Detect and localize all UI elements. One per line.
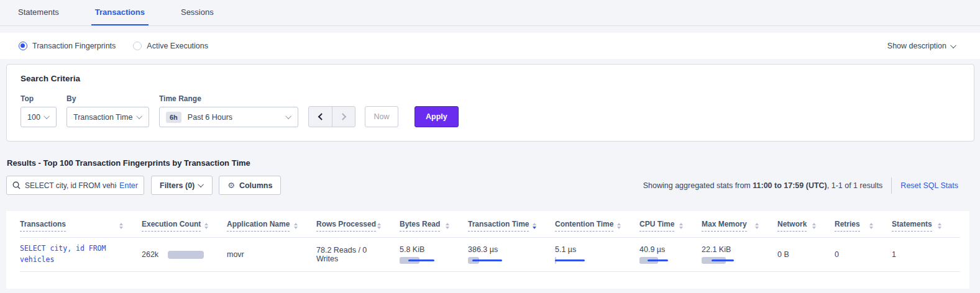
chevron-left-icon (318, 113, 324, 120)
execution-count-bar (168, 251, 204, 259)
search-box[interactable]: Enter (6, 176, 144, 195)
chevron-down-icon (950, 42, 956, 48)
sort-icon[interactable] (119, 223, 123, 229)
radio-label: Active Executions (147, 42, 208, 50)
col-header-retries[interactable]: Retries (835, 211, 892, 238)
search-criteria-title: Search Criteria (21, 74, 960, 83)
by-field: By Transaction Time (66, 94, 149, 127)
radio-label: Transaction Fingerprints (32, 42, 116, 50)
max-memory-stddev-line (712, 259, 734, 261)
contention-time-stddev-line (555, 259, 585, 261)
transaction-fingerprint-link[interactable]: SELECT city, id FROM vehicles (20, 243, 126, 266)
page-tabs: Statements Transactions Sessions (0, 0, 980, 26)
cell-execution-count: 262k (142, 238, 227, 272)
col-header-execution-count[interactable]: Execution Count (142, 211, 227, 238)
sort-icon[interactable] (755, 223, 759, 229)
cell-transaction-time: 386.3 µs (468, 238, 555, 272)
time-range-field: Time Range 6h Past 6 Hours (159, 94, 298, 127)
gear-icon: ⚙ (227, 181, 235, 190)
sort-icon[interactable] (938, 223, 941, 229)
col-header-application-name[interactable]: Application Name (227, 211, 316, 238)
execution-count-value: 262k (142, 250, 158, 259)
filters-label: Filters (0) (160, 181, 195, 190)
col-header-network[interactable]: Network (777, 211, 835, 238)
cell-transaction: SELECT city, id FROM vehicles (20, 238, 142, 272)
chevron-right-icon (339, 113, 346, 120)
col-header-statements[interactable]: Statements (892, 211, 960, 238)
cell-rows-processed: 78.2 Reads / 0 Writes (316, 238, 400, 272)
results-controls: Enter Filters (0) ⚙ Columns Showing aggr… (6, 176, 974, 195)
show-description-toggle[interactable]: Show description (887, 42, 956, 50)
tab-statements[interactable]: Statements (14, 0, 63, 25)
transactions-table: Transactions Execution Count Application… (20, 211, 960, 272)
apply-button[interactable]: Apply (414, 106, 459, 127)
cell-network: 0 B (777, 238, 835, 272)
cell-statements: 1 (892, 238, 960, 272)
sort-icon[interactable] (446, 223, 449, 229)
prev-time-window-button[interactable] (309, 107, 332, 127)
cell-max-memory: 22.1 KiB (702, 238, 777, 272)
columns-label: Columns (239, 181, 272, 190)
time-range-select[interactable]: 6h Past 6 Hours (159, 107, 298, 127)
now-button[interactable]: Now (365, 106, 398, 127)
sort-icon[interactable] (294, 223, 298, 229)
bytes-read-stddev-line (408, 259, 434, 261)
search-enter-hint[interactable]: Enter (119, 181, 138, 190)
time-range-label: Time Range (159, 94, 298, 103)
cell-cpu-time: 40.9 µs (639, 238, 702, 272)
transactions-page: Statements Transactions Sessions Transac… (0, 0, 980, 293)
view-toggle-bar: Transaction Fingerprints Active Executio… (0, 33, 980, 59)
time-window-arrows (308, 106, 355, 127)
sort-icon[interactable] (869, 223, 873, 229)
col-header-cpu-time[interactable]: CPU Time (639, 211, 702, 238)
col-header-transaction-time[interactable]: Transaction Time (468, 211, 555, 238)
radio-active-executions[interactable]: Active Executions (133, 42, 208, 50)
filters-button[interactable]: Filters (0) (151, 176, 213, 195)
chevron-down-icon (198, 181, 204, 187)
chevron-down-icon (44, 113, 50, 119)
time-range-badge: 6h (166, 112, 181, 123)
sort-icon[interactable] (377, 223, 381, 229)
radio-transaction-fingerprints[interactable]: Transaction Fingerprints (19, 42, 116, 50)
col-header-bytes-read[interactable]: Bytes Read (400, 211, 468, 238)
sort-icon[interactable] (617, 223, 621, 229)
cell-retries: 0 (835, 238, 892, 272)
col-header-rows-processed[interactable]: Rows Processed (316, 211, 400, 238)
top-value: 100 (27, 113, 40, 122)
reset-sql-stats-link[interactable]: Reset SQL Stats (900, 181, 958, 190)
vertical-divider (891, 178, 892, 194)
col-header-contention-time[interactable]: Contention Time (555, 211, 639, 238)
cell-bytes-read: 5.8 KiB (400, 238, 468, 272)
transaction-time-stddev-line (472, 259, 502, 261)
search-icon (12, 181, 21, 189)
top-select[interactable]: 100 (21, 107, 57, 127)
tab-transactions[interactable]: Transactions (91, 0, 149, 25)
sort-icon[interactable] (812, 223, 816, 229)
chevron-down-icon (285, 113, 291, 119)
by-label: By (66, 94, 149, 103)
radio-selected-icon (19, 42, 27, 50)
time-range-value: Past 6 Hours (188, 113, 232, 122)
results-table-panel: Transactions Execution Count Application… (6, 211, 969, 289)
sort-icon[interactable] (679, 223, 683, 229)
table-row: SELECT city, id FROM vehicles 262k movr … (20, 238, 960, 272)
chevron-down-icon (136, 113, 142, 119)
cell-application-name: movr (227, 238, 316, 272)
aggregated-stats-text: Showing aggregated stats from 11:00 to 1… (643, 181, 883, 190)
search-criteria-card: Search Criteria Top 100 By Transaction T… (6, 64, 974, 142)
sort-icon[interactable] (204, 223, 208, 229)
tab-sessions[interactable]: Sessions (177, 0, 218, 25)
col-header-transactions[interactable]: Transactions (20, 211, 142, 238)
top-label: Top (21, 94, 57, 103)
table-header-row: Transactions Execution Count Application… (20, 211, 960, 238)
sort-icon[interactable] (533, 223, 536, 229)
search-input[interactable] (25, 181, 117, 190)
col-header-max-memory[interactable]: Max Memory (702, 211, 777, 238)
radio-unselected-icon (133, 42, 142, 50)
next-time-window-button[interactable] (332, 107, 355, 127)
cell-contention-time: 5.1 µs (555, 238, 639, 272)
by-value: Transaction Time (73, 113, 132, 122)
by-select[interactable]: Transaction Time (66, 107, 149, 127)
columns-button[interactable]: ⚙ Columns (219, 176, 281, 195)
cpu-time-stddev-line (648, 259, 668, 261)
